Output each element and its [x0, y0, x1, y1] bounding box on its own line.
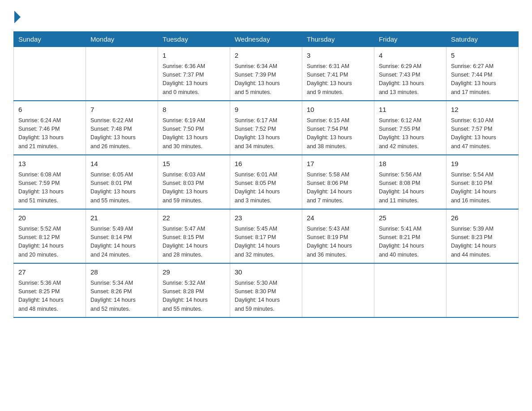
calendar-cell: 7Sunrise: 6:22 AM Sunset: 7:48 PM Daylig…	[86, 101, 158, 155]
calendar-week-row: 20Sunrise: 5:52 AM Sunset: 8:12 PM Dayli…	[14, 209, 519, 263]
day-number: 3	[307, 51, 369, 61]
day-info: Sunrise: 6:01 AM Sunset: 8:05 PM Dayligh…	[235, 171, 297, 206]
day-info: Sunrise: 5:41 AM Sunset: 8:21 PM Dayligh…	[379, 225, 442, 260]
day-info: Sunrise: 6:05 AM Sunset: 8:01 PM Dayligh…	[90, 171, 153, 206]
day-number: 11	[379, 105, 442, 115]
day-info: Sunrise: 5:34 AM Sunset: 8:26 PM Dayligh…	[90, 279, 153, 314]
day-info: Sunrise: 5:43 AM Sunset: 8:19 PM Dayligh…	[307, 225, 369, 260]
day-info: Sunrise: 6:08 AM Sunset: 7:59 PM Dayligh…	[18, 171, 81, 206]
day-number: 22	[163, 213, 225, 223]
calendar-cell: 5Sunrise: 6:27 AM Sunset: 7:44 PM Daylig…	[446, 47, 518, 101]
calendar-cell	[302, 263, 374, 317]
calendar-cell: 13Sunrise: 6:08 AM Sunset: 7:59 PM Dayli…	[14, 155, 86, 209]
day-number: 5	[451, 51, 514, 61]
calendar-cell: 11Sunrise: 6:12 AM Sunset: 7:55 PM Dayli…	[374, 101, 446, 155]
day-info: Sunrise: 6:27 AM Sunset: 7:44 PM Dayligh…	[451, 62, 514, 97]
day-info: Sunrise: 5:36 AM Sunset: 8:25 PM Dayligh…	[18, 279, 81, 314]
day-number: 25	[379, 213, 442, 223]
calendar-cell: 26Sunrise: 5:39 AM Sunset: 8:23 PM Dayli…	[446, 209, 518, 263]
calendar-cell: 10Sunrise: 6:15 AM Sunset: 7:54 PM Dayli…	[302, 101, 374, 155]
day-number: 15	[163, 159, 225, 169]
calendar-cell: 8Sunrise: 6:19 AM Sunset: 7:50 PM Daylig…	[158, 101, 230, 155]
day-number: 10	[307, 105, 369, 115]
day-number: 18	[379, 159, 442, 169]
day-info: Sunrise: 6:31 AM Sunset: 7:41 PM Dayligh…	[307, 62, 369, 97]
day-info: Sunrise: 6:36 AM Sunset: 7:37 PM Dayligh…	[163, 62, 225, 97]
day-number: 28	[90, 267, 153, 278]
day-info: Sunrise: 5:49 AM Sunset: 8:14 PM Dayligh…	[90, 225, 153, 260]
day-number: 29	[163, 267, 225, 278]
day-number: 1	[163, 51, 225, 61]
calendar-cell: 2Sunrise: 6:34 AM Sunset: 7:39 PM Daylig…	[230, 47, 302, 101]
calendar-cell: 23Sunrise: 5:45 AM Sunset: 8:17 PM Dayli…	[230, 209, 302, 263]
day-number: 21	[90, 213, 153, 223]
day-info: Sunrise: 5:47 AM Sunset: 8:15 PM Dayligh…	[163, 225, 225, 260]
calendar-cell: 3Sunrise: 6:31 AM Sunset: 7:41 PM Daylig…	[302, 47, 374, 101]
calendar-cell	[14, 47, 86, 101]
day-info: Sunrise: 6:29 AM Sunset: 7:43 PM Dayligh…	[379, 62, 442, 97]
calendar-cell: 21Sunrise: 5:49 AM Sunset: 8:14 PM Dayli…	[86, 209, 158, 263]
day-info: Sunrise: 6:03 AM Sunset: 8:03 PM Dayligh…	[163, 171, 225, 206]
day-number: 26	[451, 213, 514, 223]
day-info: Sunrise: 6:34 AM Sunset: 7:39 PM Dayligh…	[235, 62, 297, 97]
calendar-week-row: 27Sunrise: 5:36 AM Sunset: 8:25 PM Dayli…	[14, 263, 519, 317]
day-number: 27	[18, 267, 81, 278]
weekday-header-tuesday: Tuesday	[158, 32, 230, 47]
day-info: Sunrise: 5:52 AM Sunset: 8:12 PM Dayligh…	[18, 225, 81, 260]
day-info: Sunrise: 5:30 AM Sunset: 8:30 PM Dayligh…	[235, 279, 297, 314]
day-info: Sunrise: 6:12 AM Sunset: 7:55 PM Dayligh…	[379, 116, 442, 151]
calendar-table: SundayMondayTuesdayWednesdayThursdayFrid…	[13, 31, 519, 318]
calendar-cell: 17Sunrise: 5:58 AM Sunset: 8:06 PM Dayli…	[302, 155, 374, 209]
day-number: 20	[18, 213, 81, 223]
calendar-cell: 4Sunrise: 6:29 AM Sunset: 7:43 PM Daylig…	[374, 47, 446, 101]
day-info: Sunrise: 6:17 AM Sunset: 7:52 PM Dayligh…	[235, 116, 297, 151]
weekday-header-friday: Friday	[374, 32, 446, 47]
calendar-cell: 29Sunrise: 5:32 AM Sunset: 8:28 PM Dayli…	[158, 263, 230, 317]
calendar-header: SundayMondayTuesdayWednesdayThursdayFrid…	[14, 32, 519, 47]
weekday-header-saturday: Saturday	[446, 32, 518, 47]
calendar-cell: 30Sunrise: 5:30 AM Sunset: 8:30 PM Dayli…	[230, 263, 302, 317]
day-info: Sunrise: 6:24 AM Sunset: 7:46 PM Dayligh…	[18, 116, 81, 151]
day-number: 4	[379, 51, 442, 61]
day-number: 19	[451, 159, 514, 169]
calendar-week-row: 13Sunrise: 6:08 AM Sunset: 7:59 PM Dayli…	[14, 155, 519, 209]
day-number: 8	[163, 105, 225, 115]
calendar-cell: 1Sunrise: 6:36 AM Sunset: 7:37 PM Daylig…	[158, 47, 230, 101]
calendar-cell: 19Sunrise: 5:54 AM Sunset: 8:10 PM Dayli…	[446, 155, 518, 209]
day-info: Sunrise: 5:58 AM Sunset: 8:06 PM Dayligh…	[307, 171, 369, 206]
calendar-cell: 16Sunrise: 6:01 AM Sunset: 8:05 PM Dayli…	[230, 155, 302, 209]
calendar-cell	[374, 263, 446, 317]
calendar-cell: 15Sunrise: 6:03 AM Sunset: 8:03 PM Dayli…	[158, 155, 230, 209]
calendar-cell: 9Sunrise: 6:17 AM Sunset: 7:52 PM Daylig…	[230, 101, 302, 155]
calendar-cell: 25Sunrise: 5:41 AM Sunset: 8:21 PM Dayli…	[374, 209, 446, 263]
day-number: 9	[235, 105, 297, 115]
calendar-cell: 22Sunrise: 5:47 AM Sunset: 8:15 PM Dayli…	[158, 209, 230, 263]
calendar-week-row: 6Sunrise: 6:24 AM Sunset: 7:46 PM Daylig…	[14, 101, 519, 155]
weekday-header-thursday: Thursday	[302, 32, 374, 47]
day-info: Sunrise: 6:19 AM Sunset: 7:50 PM Dayligh…	[163, 116, 225, 151]
day-number: 2	[235, 51, 297, 61]
calendar-cell	[86, 47, 158, 101]
day-number: 13	[18, 159, 81, 169]
calendar-cell: 27Sunrise: 5:36 AM Sunset: 8:25 PM Dayli…	[14, 263, 86, 317]
day-info: Sunrise: 5:54 AM Sunset: 8:10 PM Dayligh…	[451, 171, 514, 206]
day-number: 16	[235, 159, 297, 169]
day-number: 7	[90, 105, 153, 115]
day-info: Sunrise: 5:45 AM Sunset: 8:17 PM Dayligh…	[235, 225, 297, 260]
page-header	[13, 9, 519, 23]
weekday-header-row: SundayMondayTuesdayWednesdayThursdayFrid…	[14, 32, 519, 47]
logo-arrow-icon	[14, 11, 21, 23]
day-number: 23	[235, 213, 297, 223]
calendar-body: 1Sunrise: 6:36 AM Sunset: 7:37 PM Daylig…	[14, 47, 519, 318]
calendar-cell: 24Sunrise: 5:43 AM Sunset: 8:19 PM Dayli…	[302, 209, 374, 263]
day-info: Sunrise: 6:22 AM Sunset: 7:48 PM Dayligh…	[90, 116, 153, 151]
day-number: 17	[307, 159, 369, 169]
calendar-cell: 28Sunrise: 5:34 AM Sunset: 8:26 PM Dayli…	[86, 263, 158, 317]
day-number: 12	[451, 105, 514, 115]
day-info: Sunrise: 5:39 AM Sunset: 8:23 PM Dayligh…	[451, 225, 514, 260]
weekday-header-wednesday: Wednesday	[230, 32, 302, 47]
calendar-cell: 20Sunrise: 5:52 AM Sunset: 8:12 PM Dayli…	[14, 209, 86, 263]
logo	[13, 9, 21, 23]
calendar-cell	[446, 263, 518, 317]
day-number: 6	[18, 105, 81, 115]
